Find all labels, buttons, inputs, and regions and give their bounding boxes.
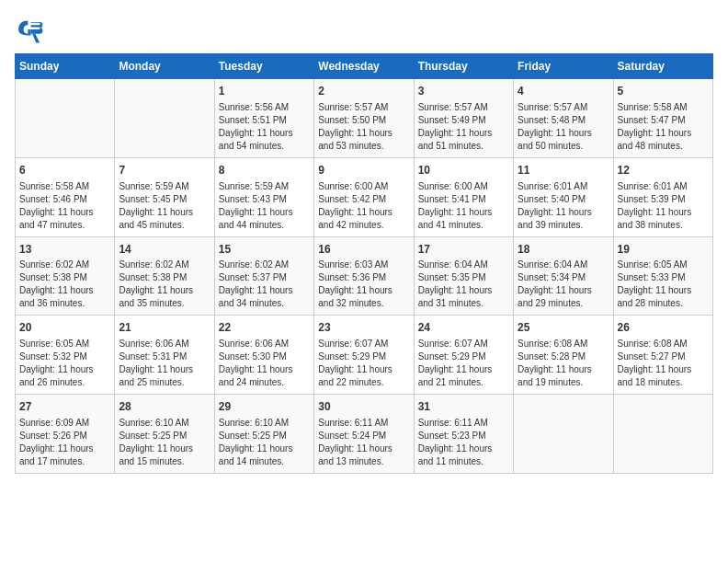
calendar-header: SundayMondayTuesdayWednesdayThursdayFrid… xyxy=(16,54,713,79)
calendar-table: SundayMondayTuesdayWednesdayThursdayFrid… xyxy=(15,53,713,474)
day-number: 21 xyxy=(119,320,210,336)
day-number: 8 xyxy=(219,163,310,178)
cell-info: Sunrise: 6:00 AM Sunset: 5:41 PM Dayligh… xyxy=(418,180,509,232)
calendar-cell: 3Sunrise: 5:57 AM Sunset: 5:49 PM Daylig… xyxy=(414,79,513,158)
cell-info: Sunrise: 6:02 AM Sunset: 5:37 PM Dayligh… xyxy=(219,259,310,310)
cell-info: Sunrise: 6:00 AM Sunset: 5:42 PM Dayligh… xyxy=(318,180,409,232)
day-number: 19 xyxy=(618,242,709,258)
calendar-cell: 16Sunrise: 6:03 AM Sunset: 5:36 PM Dayli… xyxy=(314,236,414,316)
day-number: 30 xyxy=(318,399,409,415)
day-number: 15 xyxy=(219,242,310,258)
day-number: 9 xyxy=(318,163,409,178)
calendar-cell: 18Sunrise: 6:04 AM Sunset: 5:34 PM Dayli… xyxy=(514,236,613,316)
calendar-cell: 20Sunrise: 6:05 AM Sunset: 5:32 PM Dayli… xyxy=(16,316,115,395)
calendar-cell: 29Sunrise: 6:10 AM Sunset: 5:25 PM Dayli… xyxy=(214,395,313,474)
header-friday: Friday xyxy=(514,54,613,79)
calendar-cell: 6Sunrise: 5:58 AM Sunset: 5:46 PM Daylig… xyxy=(16,157,115,236)
calendar-cell xyxy=(16,79,115,158)
logo-icon xyxy=(15,15,44,44)
cell-info: Sunrise: 5:59 AM Sunset: 5:45 PM Dayligh… xyxy=(119,180,210,232)
cell-info: Sunrise: 6:02 AM Sunset: 5:38 PM Dayligh… xyxy=(119,259,210,310)
day-number: 14 xyxy=(119,242,210,258)
cell-info: Sunrise: 5:58 AM Sunset: 5:47 PM Dayligh… xyxy=(618,101,709,153)
cell-info: Sunrise: 6:11 AM Sunset: 5:23 PM Dayligh… xyxy=(418,417,509,468)
cell-info: Sunrise: 6:09 AM Sunset: 5:26 PM Dayligh… xyxy=(19,417,110,468)
cell-info: Sunrise: 5:57 AM Sunset: 5:50 PM Dayligh… xyxy=(318,101,409,153)
page-header xyxy=(15,15,713,44)
calendar-cell: 13Sunrise: 6:02 AM Sunset: 5:38 PM Dayli… xyxy=(16,236,115,316)
cell-info: Sunrise: 6:06 AM Sunset: 5:31 PM Dayligh… xyxy=(119,338,210,389)
calendar-cell: 31Sunrise: 6:11 AM Sunset: 5:23 PM Dayli… xyxy=(414,395,513,474)
day-number: 11 xyxy=(518,163,609,178)
cell-info: Sunrise: 6:01 AM Sunset: 5:39 PM Dayligh… xyxy=(618,180,709,232)
day-number: 10 xyxy=(418,163,509,178)
day-number: 20 xyxy=(19,320,110,336)
cell-info: Sunrise: 6:08 AM Sunset: 5:27 PM Dayligh… xyxy=(618,338,709,389)
cell-info: Sunrise: 6:11 AM Sunset: 5:24 PM Dayligh… xyxy=(318,417,409,468)
day-number: 18 xyxy=(518,242,609,258)
day-number: 28 xyxy=(119,399,210,415)
calendar-cell: 23Sunrise: 6:07 AM Sunset: 5:29 PM Dayli… xyxy=(314,316,414,395)
calendar-cell: 1Sunrise: 5:56 AM Sunset: 5:51 PM Daylig… xyxy=(214,79,313,158)
header-tuesday: Tuesday xyxy=(214,54,313,79)
day-number: 26 xyxy=(618,320,709,336)
calendar-cell: 26Sunrise: 6:08 AM Sunset: 5:27 PM Dayli… xyxy=(613,316,712,395)
day-number: 2 xyxy=(318,84,409,99)
cell-info: Sunrise: 5:58 AM Sunset: 5:46 PM Dayligh… xyxy=(19,180,110,232)
calendar-cell xyxy=(514,395,613,474)
cell-info: Sunrise: 6:01 AM Sunset: 5:40 PM Dayligh… xyxy=(518,180,609,232)
cell-info: Sunrise: 6:07 AM Sunset: 5:29 PM Dayligh… xyxy=(318,338,409,389)
calendar-cell: 30Sunrise: 6:11 AM Sunset: 5:24 PM Dayli… xyxy=(314,395,414,474)
day-number: 29 xyxy=(219,399,310,415)
header-saturday: Saturday xyxy=(613,54,712,79)
header-wednesday: Wednesday xyxy=(314,54,414,79)
calendar-cell: 5Sunrise: 5:58 AM Sunset: 5:47 PM Daylig… xyxy=(613,79,712,158)
calendar-cell: 4Sunrise: 5:57 AM Sunset: 5:48 PM Daylig… xyxy=(514,79,613,158)
cell-info: Sunrise: 6:05 AM Sunset: 5:32 PM Dayligh… xyxy=(19,338,110,389)
cell-info: Sunrise: 5:59 AM Sunset: 5:43 PM Dayligh… xyxy=(219,180,310,232)
day-number: 6 xyxy=(19,163,110,178)
week-row-3: 20Sunrise: 6:05 AM Sunset: 5:32 PM Dayli… xyxy=(16,316,713,395)
calendar-cell: 25Sunrise: 6:08 AM Sunset: 5:28 PM Dayli… xyxy=(514,316,613,395)
cell-info: Sunrise: 6:04 AM Sunset: 5:34 PM Dayligh… xyxy=(518,259,609,310)
header-thursday: Thursday xyxy=(414,54,513,79)
calendar-cell: 28Sunrise: 6:10 AM Sunset: 5:25 PM Dayli… xyxy=(115,395,214,474)
calendar-cell: 12Sunrise: 6:01 AM Sunset: 5:39 PM Dayli… xyxy=(613,157,712,236)
day-number: 24 xyxy=(418,320,509,336)
calendar-cell: 11Sunrise: 6:01 AM Sunset: 5:40 PM Dayli… xyxy=(514,157,613,236)
day-number: 4 xyxy=(518,84,609,99)
day-number: 16 xyxy=(318,242,409,258)
day-number: 1 xyxy=(219,84,310,99)
calendar-cell: 21Sunrise: 6:06 AM Sunset: 5:31 PM Dayli… xyxy=(115,316,214,395)
calendar-cell: 14Sunrise: 6:02 AM Sunset: 5:38 PM Dayli… xyxy=(115,236,214,316)
week-row-0: 1Sunrise: 5:56 AM Sunset: 5:51 PM Daylig… xyxy=(16,79,713,158)
day-number: 27 xyxy=(19,399,110,415)
calendar-cell: 8Sunrise: 5:59 AM Sunset: 5:43 PM Daylig… xyxy=(214,157,313,236)
calendar-cell: 22Sunrise: 6:06 AM Sunset: 5:30 PM Dayli… xyxy=(214,316,313,395)
day-number: 7 xyxy=(119,163,210,178)
calendar-cell: 7Sunrise: 5:59 AM Sunset: 5:45 PM Daylig… xyxy=(115,157,214,236)
cell-info: Sunrise: 6:10 AM Sunset: 5:25 PM Dayligh… xyxy=(119,417,210,468)
week-row-4: 27Sunrise: 6:09 AM Sunset: 5:26 PM Dayli… xyxy=(16,395,713,474)
calendar-cell: 27Sunrise: 6:09 AM Sunset: 5:26 PM Dayli… xyxy=(16,395,115,474)
cell-info: Sunrise: 6:04 AM Sunset: 5:35 PM Dayligh… xyxy=(418,259,509,310)
cell-info: Sunrise: 6:05 AM Sunset: 5:33 PM Dayligh… xyxy=(618,259,709,310)
week-row-2: 13Sunrise: 6:02 AM Sunset: 5:38 PM Dayli… xyxy=(16,236,713,316)
calendar-cell: 17Sunrise: 6:04 AM Sunset: 5:35 PM Dayli… xyxy=(414,236,513,316)
calendar-cell xyxy=(115,79,214,158)
calendar-cell: 9Sunrise: 6:00 AM Sunset: 5:42 PM Daylig… xyxy=(314,157,414,236)
cell-info: Sunrise: 6:08 AM Sunset: 5:28 PM Dayligh… xyxy=(518,338,609,389)
day-number: 31 xyxy=(418,399,509,415)
cell-info: Sunrise: 5:57 AM Sunset: 5:48 PM Dayligh… xyxy=(518,101,609,153)
logo xyxy=(15,15,48,44)
week-row-1: 6Sunrise: 5:58 AM Sunset: 5:46 PM Daylig… xyxy=(16,157,713,236)
cell-info: Sunrise: 6:10 AM Sunset: 5:25 PM Dayligh… xyxy=(219,417,310,468)
day-number: 25 xyxy=(518,320,609,336)
calendar-cell: 19Sunrise: 6:05 AM Sunset: 5:33 PM Dayli… xyxy=(613,236,712,316)
cell-info: Sunrise: 6:03 AM Sunset: 5:36 PM Dayligh… xyxy=(318,259,409,310)
cell-info: Sunrise: 6:06 AM Sunset: 5:30 PM Dayligh… xyxy=(219,338,310,389)
calendar-cell: 24Sunrise: 6:07 AM Sunset: 5:29 PM Dayli… xyxy=(414,316,513,395)
day-number: 23 xyxy=(318,320,409,336)
cell-info: Sunrise: 6:02 AM Sunset: 5:38 PM Dayligh… xyxy=(19,259,110,310)
cell-info: Sunrise: 5:57 AM Sunset: 5:49 PM Dayligh… xyxy=(418,101,509,153)
